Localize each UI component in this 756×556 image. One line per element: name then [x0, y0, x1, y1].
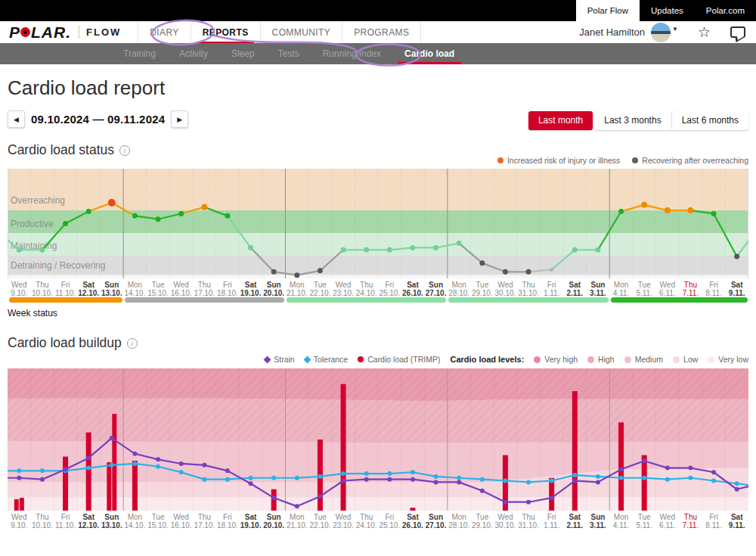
- axis-date: 8.11.: [702, 289, 726, 297]
- axis-day: Sat: [407, 513, 419, 521]
- axis-date: 6.11.: [656, 521, 680, 530]
- range-button-last-6-months[interactable]: Last 6 months: [671, 111, 748, 130]
- info-icon[interactable]: i: [119, 145, 130, 156]
- nav-right: Janet Hamilton ▼ ☆: [579, 23, 745, 42]
- axis-date: 30.10.: [494, 521, 517, 530]
- axis-day: Tue: [638, 281, 651, 289]
- legend-label: Very high: [544, 355, 578, 364]
- x-axis-label-sat-12-10: Sat12.10.: [77, 513, 101, 530]
- axis-day: Wed: [336, 513, 351, 521]
- axis-date: 11.10.: [54, 289, 77, 297]
- subnav-item-activity[interactable]: Activity: [171, 43, 216, 64]
- axis-day: Tue: [152, 513, 165, 521]
- legend-level-low: Low: [673, 355, 698, 364]
- axis-date: 15.10.: [147, 521, 170, 530]
- active-subnav-underline: [398, 62, 461, 64]
- axis-date: 15.10.: [147, 289, 170, 297]
- user-name[interactable]: Janet Hamilton: [579, 26, 645, 38]
- x-axis-label-thu-31-10: Thu31.10.: [517, 513, 541, 530]
- axis-date: 20.10.: [262, 289, 286, 297]
- axis-date: 7.11.: [679, 289, 702, 297]
- x-axis-label-tue-5-11: Tue5.11.: [633, 513, 656, 530]
- top-bar: Polar FlowUpdatesPolar.com: [0, 0, 756, 21]
- x-axis-label-tue-22-10: Tue22.10.: [308, 281, 332, 297]
- axis-date: 21.10.: [286, 289, 309, 297]
- axis-date: 10.10.: [31, 289, 54, 297]
- x-axis-label-sat-12-10: Sat12.10.: [77, 281, 101, 297]
- info-icon[interactable]: i: [127, 338, 138, 349]
- axis-day: Mon: [128, 513, 142, 521]
- axis-day: Sat: [245, 281, 257, 289]
- avatar[interactable]: [651, 23, 671, 42]
- axis-date: 9.10.: [8, 289, 31, 297]
- nav-item-reports[interactable]: REPORTS: [191, 21, 261, 43]
- range-button-last-3-months[interactable]: Last 3 months: [594, 111, 671, 130]
- x-axis-label-thu-10-10: Thu10.10.: [31, 281, 54, 297]
- axis-day: Thu: [522, 281, 534, 289]
- x-axis-label-mon-4-11: Mon4.11.: [609, 513, 633, 530]
- axis-date: 23.10.: [332, 521, 355, 530]
- axis-date: 4.11.: [609, 521, 633, 530]
- nav-item-community[interactable]: COMMUNITY: [261, 21, 343, 43]
- subnav-item-sleep[interactable]: Sleep: [223, 43, 263, 64]
- topbar-tab-polar-com[interactable]: Polar.com: [695, 0, 756, 21]
- axis-day: Fri: [385, 281, 394, 289]
- week-status-bar-recovering: [125, 297, 284, 303]
- axis-day: Sun: [590, 513, 605, 521]
- subnav-item-tests[interactable]: Tests: [270, 43, 308, 64]
- range-button-last-month[interactable]: Last month: [528, 111, 593, 130]
- axis-date: 17.10.: [193, 289, 216, 297]
- reports-subnav: TrainingActivitySleepTestsRunning IndexC…: [0, 43, 756, 64]
- legend-item-cardio-load-trimp: Cardio load (TRIMP): [358, 355, 440, 364]
- axis-date: 10.10.: [31, 521, 54, 530]
- axis-date: 4.11.: [609, 289, 633, 297]
- x-axis-label-tue-22-10: Tue22.10.: [308, 513, 332, 530]
- nav-item-programs[interactable]: PROGRAMS: [342, 21, 421, 43]
- axis-date: 3.11.: [587, 289, 610, 297]
- x-axis-label-mon-4-11: Mon4.11.: [609, 281, 633, 297]
- x-axis-label-fri-25-10: Fri25.10.: [378, 513, 401, 530]
- cardio-load-buildup-chart[interactable]: [8, 368, 748, 511]
- axis-day: Sun: [429, 513, 443, 521]
- legend-level-medium: Medium: [624, 355, 663, 364]
- axis-day: Sun: [429, 281, 443, 289]
- axis-day: Wed: [497, 281, 513, 289]
- topbar-tab-updates[interactable]: Updates: [640, 0, 695, 21]
- topbar-tab-polar-flow[interactable]: Polar Flow: [576, 0, 640, 21]
- subnav-item-label: Cardio load: [404, 48, 454, 59]
- axis-day: Sun: [104, 513, 119, 521]
- legend-dot-icon: [497, 157, 503, 163]
- x-axis-label-fri-11-10: Fri11.10.: [54, 513, 77, 530]
- axis-day: Thu: [198, 513, 211, 521]
- x-axis-label-mon-21-10: Mon21.10.: [286, 513, 309, 530]
- subnav-item-training[interactable]: Training: [115, 43, 164, 64]
- polar-flow-app: Polar FlowUpdatesPolar.com PLAR. FLOW DI…: [0, 0, 756, 556]
- feedback-bubble-icon[interactable]: [730, 26, 745, 38]
- next-period-button[interactable]: ▶: [171, 110, 188, 128]
- axis-date: 9.11.: [725, 289, 748, 297]
- subnav-item-label: Tests: [278, 48, 299, 59]
- legend-dot-icon: [632, 157, 638, 163]
- main-nav: PLAR. FLOW DIARYREPORTSCOMMUNITYPROGRAMS…: [0, 21, 756, 43]
- axis-day: Tue: [476, 513, 488, 521]
- prev-period-button[interactable]: ◀: [8, 110, 25, 128]
- axis-date: 12.10.: [77, 289, 101, 297]
- legend-dot-icon: [708, 356, 714, 363]
- axis-date: 26.10.: [401, 521, 425, 530]
- x-axis-label-fri-8-11: Fri8.11.: [702, 281, 726, 297]
- x-axis-label-mon-28-10: Mon28.10.: [448, 513, 471, 530]
- favorites-star-icon[interactable]: ☆: [698, 23, 711, 41]
- nav-item-diary[interactable]: DIARY: [138, 21, 191, 43]
- subnav-item-running-index[interactable]: Running Index: [314, 43, 389, 64]
- polar-logo[interactable]: PLAR.: [9, 23, 71, 42]
- chevron-down-icon[interactable]: ▼: [672, 26, 678, 33]
- subnav-item-label: Sleep: [231, 48, 255, 59]
- subnav-item-cardio-load[interactable]: Cardio load: [396, 43, 463, 64]
- legend-label: Cardio load (TRIMP): [367, 355, 440, 364]
- legend-item-recovering-after-overreaching: Recovering after overreaching: [632, 156, 748, 165]
- nav-item-label: COMMUNITY: [272, 27, 331, 38]
- cardio-load-levels-label: Cardio load levels:: [450, 355, 524, 364]
- axis-day: Fri: [61, 513, 70, 521]
- cardio-load-status-chart[interactable]: OverreachingProductiveMaintainingDetrain…: [8, 169, 748, 278]
- axis-day: Wed: [497, 513, 513, 521]
